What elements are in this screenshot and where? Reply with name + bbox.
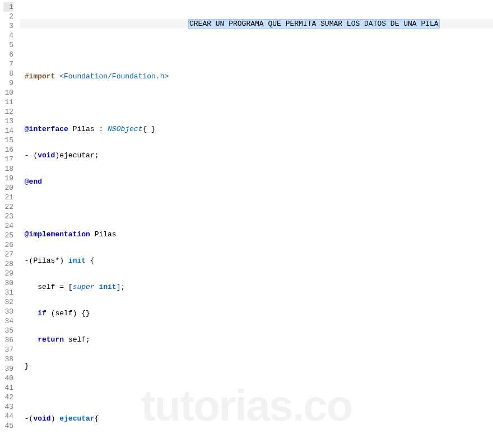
line-number: 6 [3,50,13,59]
code-line: -(Pilas*) init { [20,256,493,265]
code-line [20,98,493,108]
line-number: 44 [3,412,13,421]
line-number: 12 [3,107,13,116]
line-number: 2 [3,12,13,21]
code-line: self = [super init]; [20,282,493,292]
code-line [20,45,493,55]
code-line: if (self) {} [20,309,493,318]
line-number: 7 [3,59,13,69]
selected-text[interactable]: CREAR UN PROGRAMA QUE PERMITA SUMAR LOS … [188,19,440,29]
line-number: 1 [3,2,13,12]
line-number: 9 [3,78,13,88]
line-number: 42 [3,393,13,402]
line-number: 41 [3,383,13,393]
line-number: 16 [3,145,13,155]
line-number: 36 [3,335,13,345]
line-number: 31 [3,288,13,297]
code-line [20,203,493,213]
line-number: 22 [3,202,13,212]
line-number: 21 [3,193,13,202]
code-line: } [20,361,493,371]
line-number: 29 [3,269,13,278]
line-number: 43 [3,402,13,412]
line-number: 33 [3,307,13,316]
line-number: 17 [3,155,13,164]
line-number: 18 [3,164,13,174]
code-line: @implementation Pilas [20,230,493,239]
code-line [20,388,493,397]
code-line: #import <Foundation/Foundation.h> [20,72,493,81]
line-number: 32 [3,297,13,307]
line-number: 4 [3,31,13,40]
code-area[interactable]: CREAR UN PROGRAMA QUE PERMITA SUMAR LOS … [18,0,493,448]
line-number: 34 [3,316,13,326]
code-line [20,440,493,448]
line-number: 11 [3,97,13,107]
line-number: 23 [3,212,13,221]
line-number: 26 [3,240,13,250]
line-number: 10 [3,88,13,97]
code-line: -(void) ejecutar{ [20,414,493,423]
line-number: 20 [3,183,13,193]
line-number: 30 [3,278,13,288]
line-number: 14 [3,126,13,136]
line-number: 40 [3,374,13,383]
code-line: CREAR UN PROGRAMA QUE PERMITA SUMAR LOS … [20,19,493,29]
line-number: 45 [3,421,13,431]
line-number: 38 [3,354,13,364]
line-number: 28 [3,259,13,269]
line-number-gutter: 1234567891011121314151617181920212223242… [0,0,18,448]
line-number: 27 [3,250,13,259]
line-number: 13 [3,116,13,126]
line-number: 24 [3,221,13,231]
line-number: 8 [3,69,13,78]
line-number: 15 [3,136,13,145]
code-line: @interface Pilas : NSObject{ } [20,124,493,134]
code-line: @end [20,177,493,186]
line-number: 25 [3,231,13,240]
code-line: return self; [20,335,493,344]
line-number: 37 [3,345,13,354]
line-number: 19 [3,174,13,183]
code-editor[interactable]: 1234567891011121314151617181920212223242… [0,0,493,448]
line-number: 35 [3,326,13,335]
line-number: 3 [3,21,13,31]
line-number: 39 [3,364,13,374]
line-number: 5 [3,40,13,50]
code-line: - (void)ejecutar; [20,151,493,160]
